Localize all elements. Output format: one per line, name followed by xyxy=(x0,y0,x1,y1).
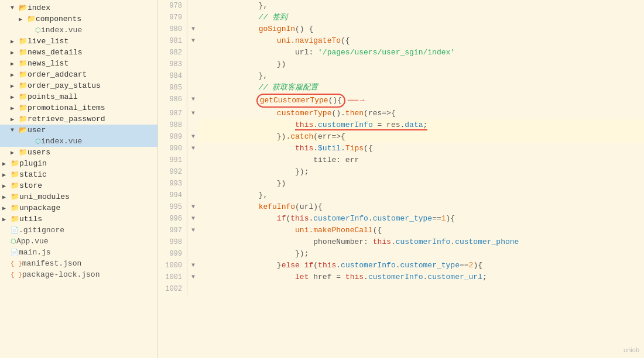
sidebar-item-order_pay_status[interactable]: ▶📁 order_pay_status xyxy=(0,80,157,91)
fold-indicator xyxy=(187,119,199,131)
folder-arrow-icon: ▶ xyxy=(11,105,19,112)
code-row: 987▼ customerType().then(res=>{ xyxy=(158,108,644,119)
code-content xyxy=(199,283,644,295)
fold-indicator[interactable]: ▼ xyxy=(187,260,199,271)
fold-indicator[interactable]: ▼ xyxy=(187,271,199,283)
watermark: uniob xyxy=(624,346,639,353)
folder-icon: 📁 xyxy=(19,81,28,90)
sidebar-item-main-js[interactable]: 📄 main.js xyxy=(0,247,157,258)
code-row: 979 // 签到 xyxy=(158,12,644,23)
folder-icon: 📁 xyxy=(19,70,28,79)
line-number: 978 xyxy=(158,0,187,12)
oval-annotation: getCustomerType(){ xyxy=(256,94,345,108)
folder-arrow-icon: ▶ xyxy=(2,171,11,178)
fold-indicator xyxy=(187,236,199,248)
folder-icon: 📁 xyxy=(19,48,28,57)
sidebar-item-manifest-json[interactable]: { } manifest.json xyxy=(0,258,157,269)
sidebar-item-user[interactable]: ▼📂 user xyxy=(0,125,157,136)
fold-indicator xyxy=(187,154,199,166)
sidebar-item-package-lock-json[interactable]: { } package-lock.json xyxy=(0,269,157,280)
folder-icon: 📁 xyxy=(19,148,28,157)
fold-indicator[interactable]: ▼ xyxy=(187,23,199,35)
sidebar-item-index-vue-2[interactable]: ⬡ index.vue xyxy=(0,136,157,147)
fold-indicator[interactable]: ▼ xyxy=(187,108,199,119)
line-number: 984 xyxy=(158,70,187,82)
sidebar-item-label: App.vue xyxy=(16,237,49,246)
sidebar-item-label: news_details xyxy=(28,48,83,57)
code-content: phoneNumber: this.customerInfo.customer_… xyxy=(199,236,644,248)
folder-arrow-icon: ▼ xyxy=(11,5,19,11)
folder-arrow-icon: ▶ xyxy=(2,216,11,223)
code-content: uni.navigateTo({ xyxy=(199,35,644,47)
code-row: 993 }) xyxy=(158,178,644,190)
fold-indicator[interactable]: ▼ xyxy=(187,225,199,236)
line-number: 1002 xyxy=(158,283,187,295)
code-content: }).catch(err=>{ xyxy=(199,131,644,143)
line-number: 997 xyxy=(158,225,187,236)
sidebar-item-gitignore[interactable]: 📄 .gitignore xyxy=(0,225,157,236)
line-number: 987 xyxy=(158,108,187,119)
sidebar-item-news_list[interactable]: ▶📁 news_list xyxy=(0,58,157,69)
json-file-icon: { } xyxy=(11,271,22,278)
folder-arrow-icon: ▶ xyxy=(2,183,11,190)
line-number: 983 xyxy=(158,58,187,70)
folder-arrow-icon: ▶ xyxy=(11,116,19,123)
sidebar-item-label: uni_modules xyxy=(19,192,70,201)
file-tree[interactable]: ▼📂 index▶📁 components⬡ index.vue▶📁 live_… xyxy=(0,0,158,358)
code-content: }); xyxy=(199,248,644,260)
sidebar-item-label: retrieve_password xyxy=(28,115,105,123)
fold-indicator[interactable]: ▼ xyxy=(187,201,199,213)
code-row: 997▼ uni.makePhoneCall({ xyxy=(158,225,644,236)
sidebar-item-components[interactable]: ▶📁 components xyxy=(0,13,157,25)
vue-file-icon: ⬡ xyxy=(35,26,41,34)
sidebar-item-label: static xyxy=(19,170,47,179)
sidebar-item-store[interactable]: ▶📁 store xyxy=(0,180,157,191)
sidebar-item-uni_modules[interactable]: ▶📁 uni_modules xyxy=(0,191,157,202)
code-row: 996▼ if(this.customerInfo.customer_type=… xyxy=(158,213,644,225)
sidebar-item-live_list[interactable]: ▶📁 live_list xyxy=(0,36,157,47)
fold-indicator[interactable]: ▼ xyxy=(187,35,199,47)
sidebar-item-label: news_list xyxy=(28,59,68,68)
sidebar-item-news_details[interactable]: ▶📁 news_details xyxy=(0,47,157,58)
fold-indicator[interactable]: ▼ xyxy=(187,94,199,108)
sidebar-item-index[interactable]: ▼📂 index xyxy=(0,2,157,13)
fold-indicator[interactable]: ▼ xyxy=(187,143,199,154)
sidebar-item-label: unpackage xyxy=(19,204,60,212)
line-number: 986 xyxy=(158,94,187,108)
sidebar-item-order_addcart[interactable]: ▶📁 order_addcart xyxy=(0,69,157,80)
line-number: 992 xyxy=(158,166,187,178)
sidebar-item-static[interactable]: ▶📁 static xyxy=(0,169,157,180)
sidebar-item-retrieve_password[interactable]: ▶📁 retrieve_password xyxy=(0,113,157,125)
sidebar-item-App-vue[interactable]: ⬡ App.vue xyxy=(0,236,157,247)
code-row: 978 }, xyxy=(158,0,644,12)
line-number: 1001 xyxy=(158,271,187,283)
sidebar-item-plugin[interactable]: ▶📁 plugin xyxy=(0,158,157,169)
sidebar-item-points_mall[interactable]: ▶📁 points_mall xyxy=(0,91,157,102)
sidebar-item-utils[interactable]: ▶📁 utils xyxy=(0,214,157,225)
code-row: 989▼ }).catch(err=>{ xyxy=(158,131,644,143)
code-lines: 978 },979 // 签到980▼ goSignIn() {981▼ uni… xyxy=(158,0,644,295)
code-content: }) xyxy=(199,178,644,190)
sidebar-item-promotional_items[interactable]: ▶📁 promotional_items xyxy=(0,102,157,113)
line-number: 985 xyxy=(158,82,187,94)
fold-indicator[interactable]: ▼ xyxy=(187,131,199,143)
folder-icon: 📁 xyxy=(11,192,19,201)
fold-indicator[interactable]: ▼ xyxy=(187,213,199,225)
sidebar-item-index-vue-1[interactable]: ⬡ index.vue xyxy=(0,25,157,36)
code-content: goSignIn() { xyxy=(199,23,644,35)
folder-icon: 📁 xyxy=(11,204,19,212)
sidebar-item-label: manifest.json xyxy=(22,259,81,268)
fold-indicator xyxy=(187,190,199,201)
git-file-icon: 📄 xyxy=(11,226,19,234)
folder-icon: 📁 xyxy=(19,92,28,101)
folder-arrow-icon: ▶ xyxy=(11,149,19,156)
folder-arrow-icon: ▶ xyxy=(11,71,19,78)
sidebar-item-users[interactable]: ▶📁 users xyxy=(0,147,157,158)
folder-icon: 📁 xyxy=(19,37,28,46)
code-row: 988 this.customerInfo = res.data; xyxy=(158,119,644,131)
sidebar-item-unpackage[interactable]: ▶📁 unpackage xyxy=(0,202,157,214)
code-row: 986▼ getCustomerType(){ ──→ xyxy=(158,94,644,108)
sidebar-item-label: plugin xyxy=(19,159,47,168)
code-content: // 签到 xyxy=(199,12,644,23)
code-editor: 978 },979 // 签到980▼ goSignIn() {981▼ uni… xyxy=(158,0,644,358)
